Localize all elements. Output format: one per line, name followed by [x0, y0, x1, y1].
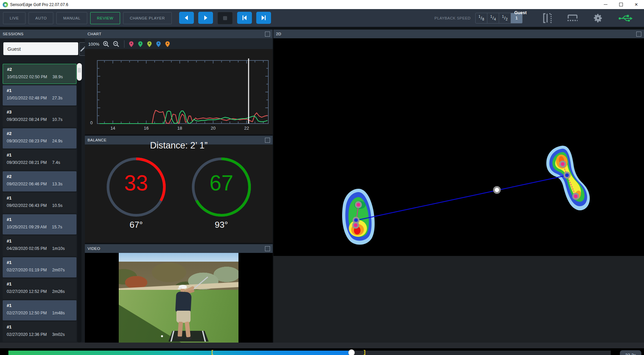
minimize-button[interactable]: [598, 0, 613, 9]
event-pin-impact-icon[interactable]: [156, 41, 161, 47]
play-button[interactable]: [198, 12, 213, 24]
timeline-playhead[interactable]: [348, 349, 355, 355]
timeline-bar[interactable]: [ ] 22.2s: [0, 348, 644, 355]
timeline-progress: [8, 351, 351, 355]
session-datetime: 02/27/2020 12:50 PM: [7, 311, 47, 315]
session-item[interactable]: #210/01/2022 02:50 PM38.9s: [3, 64, 76, 84]
zoom-in-icon[interactable]: [103, 41, 109, 47]
session-datetime: 10/01/2022 02:50 PM: [7, 75, 47, 79]
session-number: #1: [7, 324, 72, 329]
sessions-header: SESSIONS: [0, 30, 85, 39]
playback-speed-label: PLAYBACK SPEED: [434, 16, 471, 20]
session-item[interactable]: #209/02/2022 06:46 PM13.3s: [3, 171, 76, 191]
balance-panel: BALANCE Distance: 2’ 1” 33 67 67° 93°: [85, 136, 273, 243]
session-datetime: 09/30/2022 08:24 PM: [7, 117, 47, 122]
pressure-chart[interactable]: 1416182022 0: [85, 49, 273, 134]
session-item[interactable]: #309/30/2022 08:24 PM10.7s: [3, 107, 76, 127]
session-list: #210/01/2022 02:50 PM38.9s#110/01/2022 0…: [0, 62, 85, 343]
stop-button[interactable]: [217, 12, 233, 25]
session-number: #1: [7, 88, 72, 93]
front-foot-percent: 67: [190, 171, 253, 195]
event-pin-finish-icon[interactable]: [165, 41, 170, 47]
maximize-button[interactable]: [613, 0, 629, 9]
event-pin-top-icon[interactable]: [147, 41, 152, 47]
session-duration: 15.7s: [52, 225, 62, 229]
sessions-sidebar: SESSIONS #210/01/2022 02:50 PM38.9s#110/…: [0, 30, 85, 343]
compare-layout-icon[interactable]: [543, 13, 552, 23]
session-datetime: 02/27/2020 12:36 PM: [7, 332, 47, 337]
loop-start-bracket[interactable]: [: [211, 349, 213, 355]
session-datetime: 09/30/2022 08:21 PM: [7, 160, 47, 165]
session-item[interactable]: #109/02/2022 06:43 PM10.5s: [3, 193, 76, 213]
mode-button-auto[interactable]: AUTO: [29, 12, 53, 24]
session-duration: 2m26s: [52, 289, 65, 294]
x-axis-tick-label: 16: [144, 126, 149, 131]
session-duration: 2m07s: [52, 268, 65, 272]
x-axis-tick-label: 14: [110, 126, 115, 131]
session-duration: 10.7s: [52, 117, 63, 122]
settings-gear-icon[interactable]: [593, 13, 603, 23]
session-item[interactable]: #110/01/2022 02:48 PM27.3s: [3, 85, 76, 105]
platform-icon[interactable]: [567, 14, 578, 23]
loop-end-bracket[interactable]: ]: [364, 349, 366, 355]
session-datetime: 09/02/2022 06:46 PM: [7, 182, 47, 186]
front-foot-cop-marker: [564, 172, 571, 179]
mode-button-change-player[interactable]: CHANGE PLAYER: [123, 12, 172, 24]
session-item[interactable]: #102/27/2020 12:52 PM2m26s: [3, 279, 76, 299]
player-name-input[interactable]: [3, 42, 78, 55]
golfer-shorts: [176, 311, 191, 323]
session-item[interactable]: #102/27/2020 12:36 PM3m02s: [3, 322, 76, 342]
golfer-torso: [175, 292, 192, 313]
chart-zoom-level: 100%: [88, 42, 99, 47]
session-duration: 27.3s: [52, 96, 63, 100]
chart-detach-checkbox[interactable]: [265, 32, 270, 37]
session-duration: 10.5s: [52, 203, 63, 208]
zoom-out-icon[interactable]: [113, 41, 119, 47]
session-scrollbar-thumb[interactable]: [77, 63, 82, 81]
session-item[interactable]: #104/28/2020 02:05 PM1m10s: [3, 236, 76, 256]
event-pin-address-icon[interactable]: [129, 41, 133, 47]
session-number: #2: [7, 131, 72, 136]
session-item[interactable]: #110/25/2021 09:29 AM15.7s: [3, 214, 76, 234]
video-panel: VIDEO: [85, 244, 273, 343]
pressure-2d-view[interactable]: [273, 38, 644, 256]
usb-connected-icon: [618, 13, 633, 23]
skip-to-end-button[interactable]: [256, 12, 271, 24]
current-user-label: Guest: [514, 10, 527, 15]
session-number: #1: [7, 281, 72, 286]
close-button[interactable]: ✕: [629, 0, 644, 9]
main-toolbar: LIVEAUTOMANUALREVIEWCHANGE PLAYER PLAYBA…: [0, 9, 644, 27]
pressure-2d-panel: 2D: [273, 30, 644, 343]
sessions-title: SESSIONS: [3, 32, 23, 36]
bottom-divider-strip: [0, 343, 644, 348]
speed-button-1-4[interactable]: 1/4: [487, 13, 499, 23]
video-detach-checkbox[interactable]: [265, 246, 270, 251]
session-number: #1: [7, 152, 72, 158]
session-scrollbar-track[interactable]: [77, 62, 82, 343]
rear-foot-gauge: 33: [104, 155, 168, 219]
mode-button-review[interactable]: REVIEW: [90, 12, 120, 24]
center-of-pressure-marker: [493, 186, 501, 194]
2d-detach-checkbox[interactable]: [636, 32, 641, 37]
speed-button-1-2[interactable]: 1/2: [499, 13, 511, 23]
front-foot-angle: 93°: [190, 220, 253, 230]
session-item[interactable]: #109/30/2022 08:21 PM7.4s: [3, 150, 76, 170]
session-item[interactable]: #102/27/2020 12:50 PM1m48s: [3, 300, 76, 320]
rear-foot-toe-marker: [355, 201, 362, 208]
video-frame-golfer[interactable]: [119, 253, 238, 343]
balance-distance-label: Distance: 2’ 1”: [85, 140, 273, 151]
toolbar-divider: [124, 40, 124, 48]
session-duration: 1m48s: [52, 311, 65, 315]
session-item[interactable]: #102/27/2020 01:19 PM2m07s: [3, 257, 76, 277]
event-pin-takeaway-icon[interactable]: [138, 41, 143, 47]
mode-button-manual[interactable]: MANUAL: [56, 12, 87, 24]
golfer-sandal-2: [185, 337, 192, 339]
session-number: #1: [7, 260, 72, 265]
mode-button-live[interactable]: LIVE: [3, 12, 25, 24]
session-number: #1: [7, 217, 72, 222]
speed-button-1-8[interactable]: 1/8: [476, 13, 487, 23]
session-item[interactable]: #209/30/2022 08:23 PM24.9s: [3, 128, 76, 148]
skip-to-start-button[interactable]: [237, 12, 252, 24]
step-back-button[interactable]: [179, 12, 194, 24]
front-foot-heel-marker: [572, 193, 579, 200]
